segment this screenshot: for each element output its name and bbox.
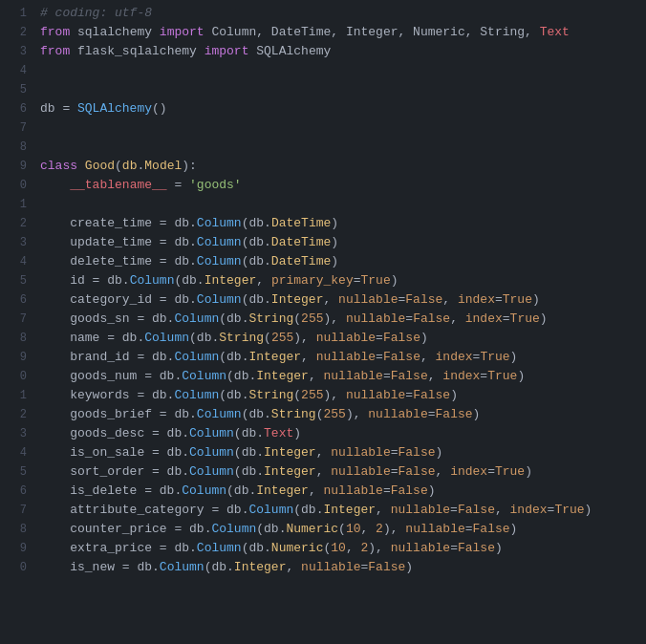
token: False — [458, 541, 495, 555]
token: db. — [174, 216, 196, 230]
line-num-19: 9 — [0, 348, 27, 367]
token: DateTime — [271, 216, 331, 230]
token: (db. — [242, 254, 271, 268]
token: False — [383, 350, 420, 364]
token: (db. — [226, 369, 256, 383]
token: name = db. — [40, 331, 144, 345]
token: is_new = db. — [40, 560, 160, 574]
token: String — [271, 407, 316, 421]
token: = — [167, 178, 189, 192]
token: Numeric — [271, 541, 324, 555]
token: ) — [532, 292, 540, 307]
token: (db. — [174, 273, 204, 288]
token: , — [286, 560, 301, 574]
token: # coding: utf-8 — [40, 6, 152, 20]
token: , — [309, 369, 324, 383]
token: Column — [174, 311, 219, 326]
token: ) — [510, 522, 518, 536]
token: True — [510, 311, 540, 326]
token: Column — [197, 235, 242, 249]
token: String — [248, 388, 293, 402]
token: sqlalchemy — [70, 25, 160, 39]
line-num-23: 3 — [0, 424, 27, 443]
token: extra_price = db. — [40, 541, 197, 555]
token: False — [458, 503, 495, 517]
token: flask_sqlalchemy — [70, 44, 204, 58]
token: , — [436, 464, 451, 479]
token: Integer — [205, 273, 257, 288]
line-num-28: 8 — [0, 520, 27, 539]
token: nullable — [301, 560, 360, 574]
token: ), — [368, 541, 390, 555]
token: Column — [174, 388, 219, 402]
code-line-14: delete_time = db.Column(db.DateTime) — [40, 252, 646, 271]
token: True — [503, 292, 532, 307]
token: , — [420, 350, 436, 364]
token: ) — [293, 426, 301, 440]
token: ), — [324, 388, 346, 402]
line-num-6: 6 — [0, 99, 27, 118]
token: , — [309, 483, 324, 498]
token: ( — [264, 331, 271, 345]
token: SQLAlchemy — [77, 101, 152, 116]
token: Column — [189, 445, 234, 460]
code-line-26: is_delete = db.Column(db.Integer, nullab… — [40, 482, 646, 501]
token: update_time = db. — [40, 235, 197, 249]
token: (db. — [293, 503, 323, 517]
code-line-21: keywords = db.Column(db.String(255), nul… — [40, 386, 646, 405]
code-line-9: class Good(db.Model): — [40, 157, 646, 176]
token: Model — [144, 159, 182, 173]
code-line-24: is_on_sale = db.Column(db.Integer, nulla… — [40, 443, 646, 462]
token: goods_desc = db. — [40, 426, 189, 440]
token: from — [40, 44, 70, 58]
code-line-18: name = db.Column(db.String(255), nullabl… — [40, 329, 646, 348]
token: ) — [331, 254, 338, 268]
token: nullable — [368, 407, 427, 421]
line-num-7: 7 — [0, 118, 27, 138]
token: = — [428, 407, 436, 421]
code-line-22: goods_brief = db.Column(db.String(255), … — [40, 405, 646, 424]
line-numbers: 1 2 3 4 5 6 7 8 9 0 1 2 3 4 5 6 7 8 9 0 … — [0, 4, 36, 640]
line-num-25: 5 — [0, 462, 27, 482]
token: (db. — [205, 560, 234, 574]
token: ) — [585, 503, 592, 517]
line-num-18: 8 — [0, 329, 27, 348]
token: False — [413, 311, 450, 326]
code-line-4 — [40, 61, 646, 80]
token: id = db. — [40, 273, 130, 288]
line-num-2: 2 — [0, 23, 27, 42]
code-line-17: goods_sn = db.Column(db.String(255), nul… — [40, 310, 646, 329]
code-line-28: counter_price = db.Column(db.Numeric(10,… — [40, 520, 646, 539]
token: (db. — [234, 464, 264, 479]
code-line-30: is_new = db.Column(db.Integer, nullable=… — [40, 558, 646, 577]
token: Integer — [271, 292, 324, 307]
token: Column — [182, 369, 226, 383]
token: index — [436, 350, 473, 364]
token: nullable — [323, 483, 382, 498]
code-line-2: from sqlalchemy import Column, DateTime,… — [40, 23, 646, 42]
token: , — [442, 292, 458, 307]
token: False — [368, 560, 405, 574]
code-line-27: attribute_category = db.Column(db.Intege… — [40, 501, 646, 520]
token: = — [450, 541, 458, 555]
token: nullable — [331, 445, 390, 460]
line-num-27: 7 — [0, 501, 27, 520]
token: ) — [510, 350, 518, 364]
code-line-15: id = db.Column(db.Integer, primary_key=T… — [40, 271, 646, 290]
line-num-29: 9 — [0, 539, 27, 558]
token: , — [323, 292, 338, 307]
token: DateTime — [271, 254, 331, 268]
token: = — [495, 292, 503, 307]
token: False — [391, 369, 428, 383]
token: False — [391, 483, 428, 498]
token: (db. — [242, 407, 271, 421]
token: nullable — [346, 388, 405, 402]
token: Column — [197, 216, 242, 230]
token: keywords = db. — [40, 388, 174, 402]
token: Column — [211, 522, 256, 536]
token: nullable — [316, 331, 376, 345]
token: ) — [428, 483, 436, 498]
token: False — [473, 522, 510, 536]
token: False — [405, 292, 442, 307]
token: ) — [405, 560, 413, 574]
